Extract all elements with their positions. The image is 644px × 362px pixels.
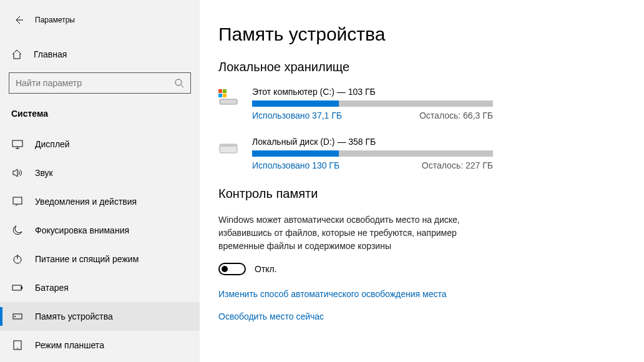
search-icon (174, 78, 184, 88)
home-icon (11, 49, 22, 60)
drive-c-used: Использовано 37,1 ГБ (252, 110, 342, 120)
svg-rect-2 (13, 197, 22, 204)
sound-icon (11, 167, 24, 179)
drive-c[interactable]: Этот компьютер (C:) — 103 ГБ Использован… (218, 87, 493, 120)
battery-icon (11, 282, 24, 293)
link-free-now[interactable]: Освободить место сейчас (218, 311, 493, 321)
nav-label: Память устройства (35, 311, 113, 321)
search-input[interactable] (16, 78, 168, 88)
storage-heading: Локальное хранилище (218, 60, 493, 74)
nav-battery[interactable]: Батарея (0, 273, 200, 302)
sidebar: Параметры Главная Система Дисплей Звук У… (0, 0, 200, 362)
nav-label: Питание и спящий режим (35, 254, 139, 264)
nav-display[interactable]: Дисплей (0, 130, 200, 159)
storage-icon (11, 311, 24, 322)
drive-c-title: Этот компьютер (C:) — 103 ГБ (252, 87, 493, 97)
drive-d-bar-fill (252, 150, 339, 157)
nav-notifications[interactable]: Уведомления и действия (0, 187, 200, 216)
drive-c-icon (218, 87, 243, 120)
sense-toggle-row: Откл. (218, 263, 493, 275)
window-title: Параметры (35, 16, 75, 24)
drive-d-used: Использовано 130 ГБ (252, 160, 339, 170)
home-label: Главная (34, 49, 67, 59)
nav-storage[interactable]: Память устройства (0, 302, 200, 331)
nav-label: Дисплей (35, 139, 70, 149)
drive-d-free: Осталось: 227 ГБ (422, 160, 493, 170)
drive-d[interactable]: Локальный диск (D:) — 358 ГБ Использован… (218, 137, 493, 170)
svg-point-7 (14, 316, 16, 317)
svg-rect-4 (12, 285, 21, 290)
nav-label: Батарея (35, 283, 69, 293)
drive-d-bar (252, 150, 493, 157)
display-icon (11, 139, 24, 150)
sense-toggle[interactable] (218, 263, 246, 275)
nav-label: Уведомления и действия (35, 197, 137, 207)
back-button[interactable] (9, 10, 29, 30)
sense-heading: Контроль памяти (218, 187, 493, 201)
nav-power[interactable]: Питание и спящий режим (0, 245, 200, 273)
svg-rect-10 (218, 89, 222, 93)
drive-c-bar (252, 100, 493, 107)
nav-label: Фокусировка внимания (35, 225, 129, 235)
arrow-left-icon (14, 15, 24, 25)
home-nav[interactable]: Главная (0, 42, 200, 69)
svg-rect-13 (223, 94, 227, 97)
main-content: Память устройства Локальное хранилище Эт… (200, 0, 644, 362)
focus-icon (11, 225, 24, 236)
search-box[interactable] (9, 72, 191, 94)
sense-description: Windows может автоматически освободить м… (218, 213, 493, 253)
drive-d-title: Локальный диск (D:) — 358 ГБ (252, 137, 493, 147)
drive-d-icon (218, 137, 243, 170)
drive-c-bar-fill (252, 100, 339, 107)
nav-focus[interactable]: Фокусировка внимания (0, 216, 200, 245)
titlebar: Параметры (0, 6, 200, 42)
svg-rect-12 (218, 94, 222, 97)
tablet-icon (11, 340, 24, 351)
svg-rect-14 (220, 99, 237, 104)
nav-tablet[interactable]: Режим планшета (0, 331, 200, 360)
page-title: Память устройства (218, 24, 493, 45)
nav-label: Звук (35, 168, 53, 178)
svg-rect-11 (223, 89, 227, 93)
link-change-auto[interactable]: Изменить способ автоматического освобожд… (218, 289, 493, 299)
nav-label: Режим планшета (35, 340, 104, 350)
svg-rect-1 (12, 140, 22, 147)
power-icon (11, 253, 24, 265)
svg-point-9 (17, 348, 18, 349)
svg-rect-16 (220, 144, 237, 147)
drive-c-free: Осталось: 66,3 ГБ (419, 110, 493, 120)
svg-point-0 (175, 79, 182, 86)
svg-rect-5 (21, 286, 22, 289)
section-heading: Система (0, 106, 200, 130)
nav-sound[interactable]: Звук (0, 159, 200, 187)
notifications-icon (11, 196, 24, 207)
sense-toggle-label: Откл. (255, 264, 277, 274)
